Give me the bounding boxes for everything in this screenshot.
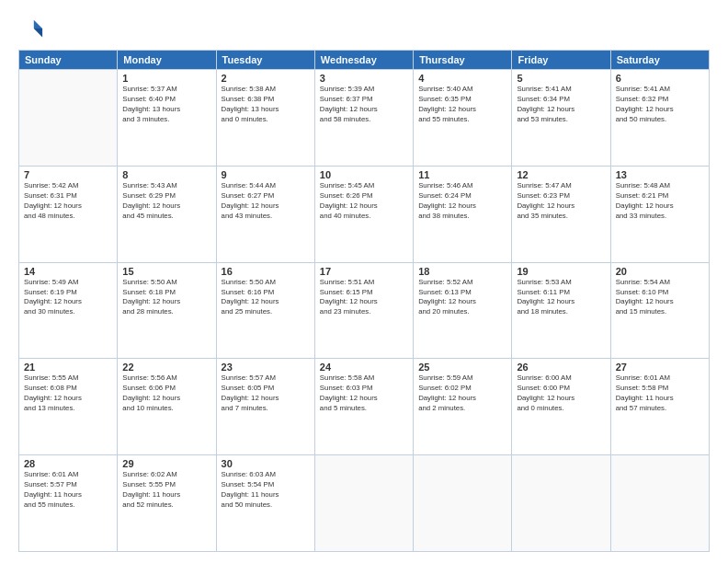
day-info: Sunrise: 5:58 AM Sunset: 6:03 PM Dayligh…: [320, 373, 408, 414]
calendar-cell: 9Sunrise: 5:44 AM Sunset: 6:27 PM Daylig…: [216, 166, 314, 262]
day-info: Sunrise: 5:41 AM Sunset: 6:32 PM Dayligh…: [616, 85, 704, 125]
day-number: 8: [122, 169, 210, 180]
calendar-cell: 2Sunrise: 5:38 AM Sunset: 6:38 PM Daylig…: [216, 70, 314, 167]
day-info: Sunrise: 5:40 AM Sunset: 6:35 PM Dayligh…: [418, 85, 506, 125]
day-number: 17: [320, 266, 408, 277]
day-number: 18: [418, 266, 506, 277]
day-number: 28: [24, 458, 112, 469]
day-number: 27: [616, 362, 704, 373]
svg-marker-0: [34, 20, 42, 29]
logo-icon: [18, 17, 44, 42]
day-number: 30: [222, 458, 310, 469]
day-number: 3: [320, 73, 408, 84]
day-info: Sunrise: 5:53 AM Sunset: 6:11 PM Dayligh…: [517, 278, 605, 318]
calendar-cell: [19, 70, 118, 167]
calendar-cell: 24Sunrise: 5:58 AM Sunset: 6:03 PM Dayli…: [314, 359, 413, 455]
day-info: Sunrise: 5:39 AM Sunset: 6:37 PM Dayligh…: [320, 85, 408, 125]
day-info: Sunrise: 5:48 AM Sunset: 6:21 PM Dayligh…: [616, 181, 704, 222]
calendar-cell: 10Sunrise: 5:45 AM Sunset: 6:26 PM Dayli…: [314, 166, 413, 262]
weekday-header-thursday: Thursday: [414, 51, 512, 70]
weekday-header-wednesday: Wednesday: [314, 51, 413, 70]
day-info: Sunrise: 5:56 AM Sunset: 6:06 PM Dayligh…: [122, 373, 210, 414]
week-row-2: 7Sunrise: 5:42 AM Sunset: 6:31 PM Daylig…: [19, 166, 710, 262]
day-number: 7: [24, 169, 112, 180]
calendar-cell: [610, 455, 709, 552]
calendar-cell: 16Sunrise: 5:50 AM Sunset: 6:16 PM Dayli…: [216, 262, 314, 359]
calendar-cell: 6Sunrise: 5:41 AM Sunset: 6:32 PM Daylig…: [610, 70, 709, 167]
day-info: Sunrise: 5:55 AM Sunset: 6:08 PM Dayligh…: [24, 373, 112, 414]
day-info: Sunrise: 5:45 AM Sunset: 6:26 PM Dayligh…: [320, 181, 408, 222]
calendar-cell: 17Sunrise: 5:51 AM Sunset: 6:15 PM Dayli…: [314, 262, 413, 359]
calendar-cell: 22Sunrise: 5:56 AM Sunset: 6:06 PM Dayli…: [118, 359, 216, 455]
week-row-4: 21Sunrise: 5:55 AM Sunset: 6:08 PM Dayli…: [19, 359, 710, 455]
day-number: 20: [616, 266, 704, 277]
day-number: 2: [222, 73, 310, 84]
weekday-header-monday: Monday: [118, 51, 216, 70]
day-number: 4: [418, 73, 506, 84]
day-number: 21: [24, 362, 112, 373]
day-number: 13: [616, 169, 704, 180]
day-number: 19: [517, 266, 605, 277]
calendar-cell: [314, 455, 413, 552]
page: SundayMondayTuesdayWednesdayThursdayFrid…: [0, 0, 728, 563]
day-number: 9: [222, 169, 310, 180]
calendar-cell: 28Sunrise: 6:01 AM Sunset: 5:57 PM Dayli…: [19, 455, 118, 552]
calendar-cell: 29Sunrise: 6:02 AM Sunset: 5:55 PM Dayli…: [118, 455, 216, 552]
calendar-cell: 13Sunrise: 5:48 AM Sunset: 6:21 PM Dayli…: [610, 166, 709, 262]
day-info: Sunrise: 5:49 AM Sunset: 6:19 PM Dayligh…: [24, 278, 112, 318]
day-number: 14: [24, 266, 112, 277]
day-info: Sunrise: 5:50 AM Sunset: 6:18 PM Dayligh…: [122, 278, 210, 318]
weekday-header-sunday: Sunday: [19, 51, 118, 70]
calendar-cell: 7Sunrise: 5:42 AM Sunset: 6:31 PM Daylig…: [19, 166, 118, 262]
calendar-cell: 27Sunrise: 6:01 AM Sunset: 5:58 PM Dayli…: [610, 359, 709, 455]
weekday-header-tuesday: Tuesday: [216, 51, 314, 70]
day-number: 10: [320, 169, 408, 180]
calendar-cell: 19Sunrise: 5:53 AM Sunset: 6:11 PM Dayli…: [512, 262, 610, 359]
week-row-3: 14Sunrise: 5:49 AM Sunset: 6:19 PM Dayli…: [19, 262, 710, 359]
day-number: 1: [122, 73, 210, 84]
calendar-cell: [512, 455, 610, 552]
calendar-cell: 5Sunrise: 5:41 AM Sunset: 6:34 PM Daylig…: [512, 70, 610, 167]
calendar-table: SundayMondayTuesdayWednesdayThursdayFrid…: [18, 50, 710, 552]
day-info: Sunrise: 6:00 AM Sunset: 6:00 PM Dayligh…: [517, 373, 605, 414]
weekday-header-friday: Friday: [512, 51, 610, 70]
day-info: Sunrise: 5:46 AM Sunset: 6:24 PM Dayligh…: [418, 181, 506, 222]
calendar-cell: 20Sunrise: 5:54 AM Sunset: 6:10 PM Dayli…: [610, 262, 709, 359]
day-info: Sunrise: 6:01 AM Sunset: 5:57 PM Dayligh…: [24, 470, 112, 511]
day-info: Sunrise: 5:51 AM Sunset: 6:15 PM Dayligh…: [320, 278, 408, 318]
day-number: 25: [418, 362, 506, 373]
calendar-cell: [414, 455, 512, 552]
week-row-1: 1Sunrise: 5:37 AM Sunset: 6:40 PM Daylig…: [19, 70, 710, 167]
day-info: Sunrise: 5:52 AM Sunset: 6:13 PM Dayligh…: [418, 278, 506, 318]
day-number: 23: [222, 362, 310, 373]
day-info: Sunrise: 5:54 AM Sunset: 6:10 PM Dayligh…: [616, 278, 704, 318]
day-info: Sunrise: 5:47 AM Sunset: 6:23 PM Dayligh…: [517, 181, 605, 222]
weekday-header-saturday: Saturday: [610, 51, 709, 70]
day-number: 26: [517, 362, 605, 373]
calendar-cell: 3Sunrise: 5:39 AM Sunset: 6:37 PM Daylig…: [314, 70, 413, 167]
day-number: 11: [418, 169, 506, 180]
day-number: 5: [517, 73, 605, 84]
calendar-cell: 14Sunrise: 5:49 AM Sunset: 6:19 PM Dayli…: [19, 262, 118, 359]
day-info: Sunrise: 6:03 AM Sunset: 5:54 PM Dayligh…: [222, 470, 310, 511]
day-info: Sunrise: 6:01 AM Sunset: 5:58 PM Dayligh…: [616, 373, 704, 414]
day-number: 29: [122, 458, 210, 469]
calendar-cell: 30Sunrise: 6:03 AM Sunset: 5:54 PM Dayli…: [216, 455, 314, 552]
calendar-cell: 18Sunrise: 5:52 AM Sunset: 6:13 PM Dayli…: [414, 262, 512, 359]
day-info: Sunrise: 5:59 AM Sunset: 6:02 PM Dayligh…: [418, 373, 506, 414]
calendar-cell: 11Sunrise: 5:46 AM Sunset: 6:24 PM Dayli…: [414, 166, 512, 262]
day-info: Sunrise: 5:42 AM Sunset: 6:31 PM Dayligh…: [24, 181, 112, 222]
svg-marker-1: [34, 29, 42, 37]
day-number: 16: [222, 266, 310, 277]
day-info: Sunrise: 6:02 AM Sunset: 5:55 PM Dayligh…: [122, 470, 210, 511]
day-number: 22: [122, 362, 210, 373]
calendar-cell: 4Sunrise: 5:40 AM Sunset: 6:35 PM Daylig…: [414, 70, 512, 167]
calendar-cell: 26Sunrise: 6:00 AM Sunset: 6:00 PM Dayli…: [512, 359, 610, 455]
day-info: Sunrise: 5:50 AM Sunset: 6:16 PM Dayligh…: [222, 278, 310, 318]
calendar-cell: 15Sunrise: 5:50 AM Sunset: 6:18 PM Dayli…: [118, 262, 216, 359]
day-info: Sunrise: 5:37 AM Sunset: 6:40 PM Dayligh…: [122, 85, 210, 125]
day-info: Sunrise: 5:57 AM Sunset: 6:05 PM Dayligh…: [222, 373, 310, 414]
day-number: 15: [122, 266, 210, 277]
day-info: Sunrise: 5:41 AM Sunset: 6:34 PM Dayligh…: [517, 85, 605, 125]
day-info: Sunrise: 5:43 AM Sunset: 6:29 PM Dayligh…: [122, 181, 210, 222]
